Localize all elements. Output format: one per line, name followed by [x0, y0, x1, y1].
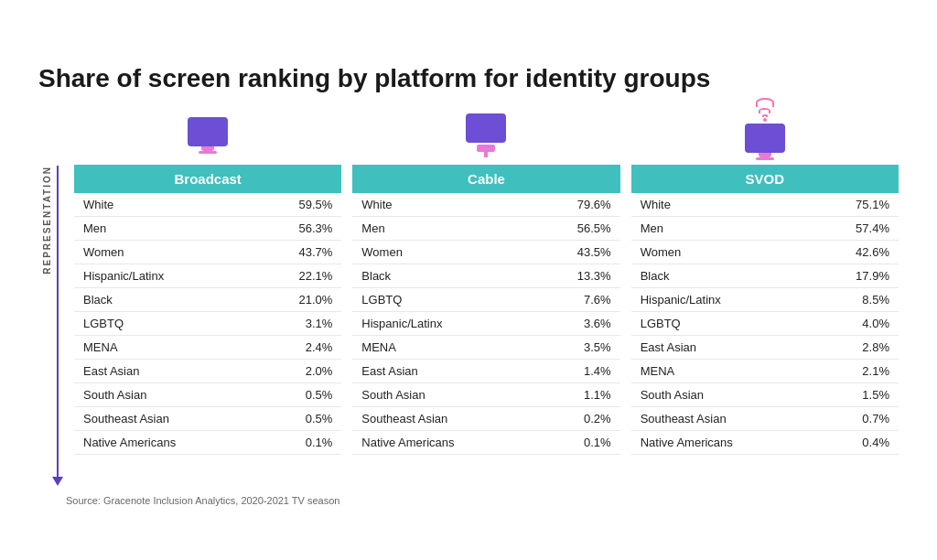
table-row: East Asian1.4% — [352, 359, 619, 382]
table-row: Hispanic/Latinx8.5% — [631, 287, 899, 311]
table-row: Southeast Asian0.7% — [631, 406, 899, 430]
table-row: Black13.3% — [352, 264, 619, 287]
cable-tv-icon — [466, 113, 506, 157]
table-row: Hispanic/Latinx3.6% — [352, 311, 619, 335]
cable-block: Cable White79.6% Men56.5% Women43.5% Bla… — [352, 111, 619, 455]
table-row: White79.6% — [352, 193, 619, 217]
table-row: Women42.6% — [631, 240, 899, 264]
svod-icon-area — [745, 111, 785, 161]
cable-header: Cable — [352, 165, 619, 193]
table-row: MENA2.1% — [631, 359, 899, 382]
source-citation: Source: Gracenote Inclusion Analytics, 2… — [66, 495, 899, 506]
table-row: East Asian2.0% — [74, 359, 341, 382]
table-row: Southeast Asian0.5% — [74, 406, 341, 430]
broadcast-block: Broadcast White59.5% Men56.3% Women43.7%… — [74, 111, 341, 455]
svod-title: SVOD — [631, 165, 899, 193]
table-row: Black21.0% — [74, 287, 341, 311]
table-row: LGBTQ4.0% — [631, 311, 899, 335]
tables-area: Broadcast White59.5% Men56.3% Women43.7%… — [74, 111, 899, 455]
table-row: White59.5% — [74, 193, 341, 217]
table-row: Black17.9% — [631, 264, 899, 287]
table-row: Men56.3% — [74, 216, 341, 240]
cable-table: Cable White79.6% Men56.5% Women43.5% Bla… — [352, 165, 619, 455]
svod-header: SVOD — [631, 165, 899, 193]
table-row: Southeast Asian0.2% — [352, 406, 619, 430]
table-row: South Asian1.1% — [352, 382, 619, 406]
table-row: Women43.7% — [74, 240, 341, 264]
table-row: Women43.5% — [352, 240, 619, 264]
table-row: LGBTQ3.1% — [74, 311, 341, 335]
table-row: MENA3.5% — [352, 335, 619, 359]
table-row: East Asian2.8% — [631, 335, 899, 359]
broadcast-tv-icon — [188, 117, 228, 154]
arrow — [52, 166, 63, 486]
cable-icon-area — [466, 111, 506, 161]
broadcast-table: Broadcast White59.5% Men56.3% Women43.7%… — [74, 165, 341, 455]
svod-table: SVOD White75.1% Men57.4% Women42.6% Blac… — [631, 165, 899, 455]
page-title: Share of screen ranking by platform for … — [38, 63, 899, 94]
table-row: Native Americans0.1% — [352, 430, 619, 454]
y-axis-label: REPRESENTATION — [38, 166, 52, 275]
main-container: Share of screen ranking by platform for … — [29, 45, 908, 515]
table-row: Men57.4% — [631, 216, 899, 240]
wifi-icon — [756, 98, 774, 122]
table-row: Men56.5% — [352, 216, 619, 240]
table-row: South Asian1.5% — [631, 382, 899, 406]
table-row: Native Americans0.1% — [74, 430, 341, 454]
broadcast-title: Broadcast — [74, 165, 341, 193]
content-area: REPRESENTATION Broadcast — [38, 111, 899, 486]
table-row: Hispanic/Latinx22.1% — [74, 264, 341, 287]
table-row: LGBTQ7.6% — [352, 287, 619, 311]
table-row: MENA2.4% — [74, 335, 341, 359]
broadcast-icon-area — [188, 111, 228, 161]
table-row: White75.1% — [631, 193, 899, 217]
table-row: South Asian0.5% — [74, 382, 341, 406]
svod-tv-icon — [745, 111, 785, 160]
broadcast-header: Broadcast — [74, 165, 341, 193]
svod-block: SVOD White75.1% Men57.4% Women42.6% Blac… — [631, 111, 899, 455]
table-row: Native Americans0.4% — [631, 430, 899, 454]
cable-title: Cable — [352, 165, 619, 193]
